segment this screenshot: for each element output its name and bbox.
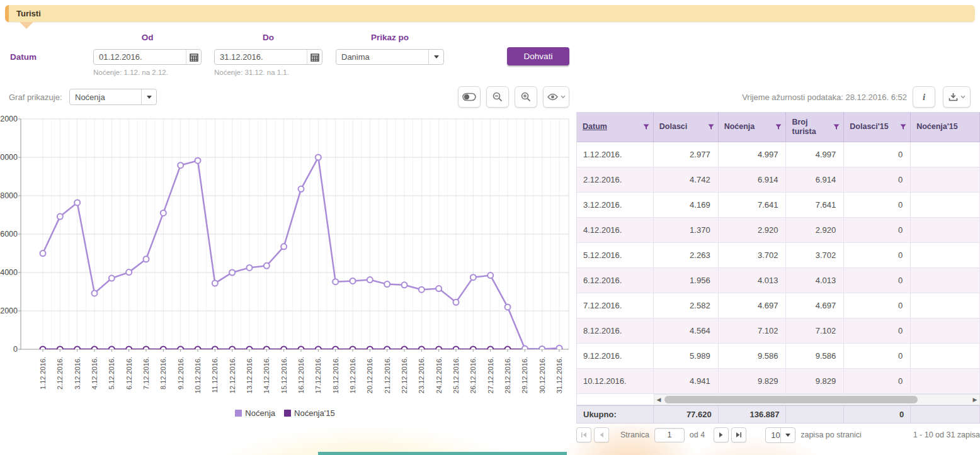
filter-icon[interactable]	[708, 124, 714, 130]
prikaz-po-select[interactable]: Danima	[336, 49, 444, 65]
eye-icon	[547, 93, 558, 101]
table-row[interactable]: 2.12.2016.4.7426.9146.9140	[577, 167, 980, 193]
chevron-down-icon	[960, 95, 966, 99]
table-cell: 4.997	[719, 142, 787, 167]
date-to-note: Noćenje: 31.12. na 1.1.	[214, 69, 289, 76]
next-page-button[interactable]	[714, 427, 729, 442]
table-row[interactable]: 5.12.2016.2.2633.7023.7020	[577, 243, 980, 268]
dohvati-button[interactable]: Dohvati	[507, 47, 569, 65]
page-number-input[interactable]	[654, 428, 685, 442]
column-header-1[interactable]: Datum	[577, 112, 654, 142]
footer-total-cell: 136.887	[719, 405, 787, 424]
stranica-label: Stranica	[620, 430, 649, 439]
horizontal-scrollbar[interactable]: ◀ ▶	[654, 394, 980, 405]
table-row[interactable]: 10.12.2016.4.9419.8299.8290	[577, 369, 980, 394]
table-row[interactable]: 4.12.2016.1.3702.9202.9200	[577, 218, 980, 243]
chevron-down-icon[interactable]	[428, 50, 443, 64]
svg-text:4000: 4000	[0, 268, 18, 277]
svg-text:19.12.2016.: 19.12.2016.	[349, 357, 356, 393]
svg-text:8000: 8000	[0, 191, 18, 200]
svg-text:2000: 2000	[0, 306, 18, 315]
filter-icon[interactable]	[775, 124, 782, 130]
info-button[interactable]: i	[913, 86, 935, 108]
table-hscrollbar-row: ◀ ▶	[577, 394, 980, 405]
filter-icon[interactable]	[643, 124, 649, 130]
svg-text:6000: 6000	[0, 230, 18, 239]
svg-text:1.12.2016.: 1.12.2016.	[39, 357, 47, 390]
chart-toggle-button[interactable]	[458, 86, 481, 108]
date-to-input[interactable]: 31.12.2016.	[214, 49, 322, 65]
column-header-label: Dolasci	[659, 122, 687, 131]
table-cell	[911, 268, 980, 293]
scroll-left-arrow[interactable]: ◀	[654, 396, 663, 403]
chevron-down-icon[interactable]	[141, 89, 156, 104]
column-header-3[interactable]: Noćenja	[719, 112, 787, 142]
export-button[interactable]	[943, 86, 971, 108]
svg-text:22.12.2016.: 22.12.2016.	[401, 357, 408, 393]
table-cell: 9.12.2016.	[577, 344, 654, 369]
legend-swatch	[284, 410, 291, 417]
svg-text:3.12.2016.: 3.12.2016.	[74, 357, 81, 390]
svg-text:27.12.2016.: 27.12.2016.	[487, 357, 494, 393]
table-row[interactable]: 9.12.2016.5.9899.5869.5860	[577, 344, 980, 369]
table-cell: 0	[844, 344, 911, 369]
table-row[interactable]: 1.12.2016.2.9774.9974.9970	[577, 142, 980, 167]
column-header-5[interactable]: Dolasci'15	[844, 112, 911, 142]
column-header-label: Datum	[583, 122, 607, 131]
table-cell: 0	[844, 243, 911, 268]
line-chart[interactable]: 0200040006000800010000120001.12.2016.2.1…	[0, 115, 570, 408]
column-header-6[interactable]: Noćenja'15	[911, 112, 980, 142]
svg-text:23.12.2016.: 23.12.2016.	[418, 357, 425, 393]
legend-label: Noćenja	[245, 408, 275, 418]
svg-text:16.12.2016.: 16.12.2016.	[297, 357, 305, 393]
table-cell: 7.641	[719, 193, 787, 218]
visibility-menu-button[interactable]	[543, 86, 569, 108]
table-row[interactable]: 7.12.2016.2.5824.6974.6970	[577, 293, 980, 318]
zoom-in-button[interactable]	[515, 86, 537, 108]
table-cell: 4.697	[786, 293, 844, 318]
svg-text:24.12.2016.: 24.12.2016.	[435, 357, 443, 393]
column-header-4[interactable]: Broj turista	[786, 112, 844, 142]
table-row[interactable]: 6.12.2016.1.9564.0134.0130	[577, 268, 980, 293]
date-from-input[interactable]: 01.12.2016.	[93, 49, 202, 65]
table-cell	[911, 167, 980, 193]
table-row[interactable]: 8.12.2016.4.5647.1027.1020	[577, 318, 980, 344]
last-page-button[interactable]	[731, 427, 746, 442]
svg-text:9.12.2016.: 9.12.2016.	[177, 357, 185, 390]
chevron-down-icon[interactable]	[780, 428, 795, 442]
table-cell: 2.263	[654, 243, 719, 268]
footer-total-cell: 77.620	[654, 405, 719, 424]
scrollbar-thumb[interactable]	[664, 396, 918, 403]
calendar-icon[interactable]	[307, 50, 322, 64]
scroll-right-arrow[interactable]: ▶	[971, 396, 979, 403]
column-header-label: Noćenja	[724, 122, 755, 131]
legend-item[interactable]: Noćenja'15	[284, 408, 335, 418]
zoom-out-button[interactable]	[486, 86, 509, 108]
legend-item[interactable]: Noćenja	[235, 408, 275, 418]
first-page-button[interactable]	[576, 427, 591, 442]
table-cell: 9.829	[786, 369, 844, 394]
calendar-icon[interactable]	[186, 50, 201, 64]
scroll-spacer	[577, 394, 654, 405]
table-cell: 9.586	[719, 344, 787, 369]
table-cell: 7.102	[719, 318, 787, 344]
date-to-value[interactable]: 31.12.2016.	[215, 52, 307, 62]
svg-text:31.12.2016.: 31.12.2016.	[556, 357, 563, 393]
svg-text:7.12.2016.: 7.12.2016.	[142, 357, 150, 390]
svg-text:10.12.2016.: 10.12.2016.	[194, 357, 202, 393]
table-cell: 4.013	[719, 268, 787, 293]
page-size-select[interactable]: 10	[765, 427, 795, 443]
column-header-label: Broj turista	[792, 118, 832, 136]
table-cell: 7.102	[786, 318, 844, 344]
column-header-2[interactable]: Dolasci	[654, 112, 719, 142]
table-row[interactable]: 3.12.2016.4.1697.6417.6410	[577, 193, 980, 218]
section-banner[interactable]: Turisti	[5, 5, 975, 22]
svg-text:28.12.2016.: 28.12.2016.	[504, 357, 511, 393]
graf-prikazuje-select[interactable]: Noćenja	[69, 89, 157, 105]
prev-page-button[interactable]	[594, 427, 609, 442]
filter-icon[interactable]	[833, 124, 840, 130]
filter-icon[interactable]	[900, 124, 906, 130]
table-cell: 4.742	[654, 167, 719, 193]
data-freshness-text: Vrijeme ažurnosti podataka: 28.12.2016. …	[742, 93, 907, 102]
date-from-value[interactable]: 01.12.2016.	[94, 52, 186, 62]
